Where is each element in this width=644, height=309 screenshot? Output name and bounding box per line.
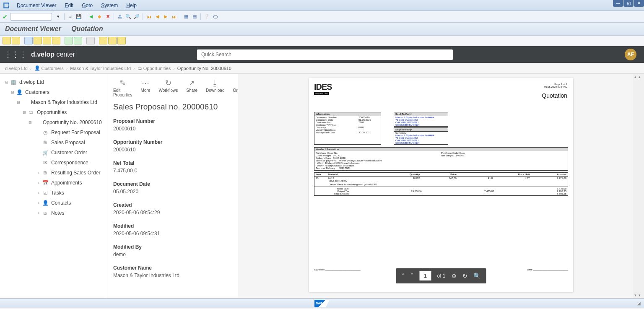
layout-icon[interactable]: ▤ [191, 13, 198, 21]
cancel-icon[interactable]: ✖ [104, 13, 112, 21]
new-session-icon[interactable]: ▦ [182, 13, 190, 21]
tree-node[interactable]: ⊟Opportunity No. 20000610 [3, 117, 104, 127]
breadcrumb-company[interactable]: Mason & Taylor Industries Ltd [70, 66, 131, 71]
menu-goto[interactable]: Goto [78, 1, 97, 10]
tree-label: Mason & Taylor Industries Ltd [31, 99, 97, 105]
tree-node[interactable]: 🗎Sales Proposal [3, 138, 104, 148]
find-next-icon[interactable]: 🔎 [133, 13, 140, 21]
pdf-toolbar: ˄ ˅ of 1 ⊕ ↻ 🔍 [396, 268, 486, 283]
tool-label: Download [206, 88, 224, 93]
expander-icon[interactable]: ⊟ [10, 90, 15, 94]
print-icon[interactable]: 🖶 [116, 13, 124, 21]
tb-icon-3[interactable] [24, 37, 33, 44]
next-page-icon[interactable]: ▶ [162, 13, 169, 21]
save-icon[interactable]: 💾 [75, 13, 83, 21]
preview-scrollbar-inner[interactable] [633, 74, 637, 298]
tool-download[interactable]: ⭳Download [206, 78, 224, 97]
expander-icon[interactable]: › [36, 201, 41, 205]
prev-page-icon[interactable]: ◀ [153, 13, 161, 21]
tb-icon-10[interactable] [99, 37, 107, 44]
last-page-icon[interactable]: ⏭ [170, 13, 178, 21]
tree-node[interactable]: ›☑Tasks [3, 188, 104, 198]
expander-icon[interactable]: ⊟ [16, 100, 21, 104]
tree-node[interactable]: ›📅Appointments [3, 178, 104, 188]
breadcrumb-dvelop[interactable]: d.velop Ltd [5, 66, 28, 71]
quick-search-input[interactable] [197, 49, 453, 60]
tb-icon-7[interactable] [65, 37, 73, 44]
prop-field: Customer NameMason & Taylor Industries L… [113, 265, 232, 278]
menu-document-viewer[interactable]: Document Viewer [13, 1, 61, 10]
pdf-next-icon[interactable]: ˅ [410, 273, 413, 279]
tree-node[interactable]: ›🗎Resulting Sales Order [3, 168, 104, 178]
expander-icon[interactable]: › [36, 191, 41, 195]
download-icon: ⭳ [211, 78, 219, 88]
expander-icon[interactable]: ⊟ [4, 80, 9, 84]
app-grid-icon[interactable]: ⋮⋮⋮ [4, 50, 27, 59]
tb-icon-1[interactable] [3, 37, 11, 44]
tool-workflows[interactable]: ↻Workflows [158, 78, 178, 97]
properties-pane: ✎Edit Properties⋯More↻Workflows↗Share⭳Do… [107, 74, 238, 298]
menu-edit[interactable]: Edit [61, 1, 78, 10]
field-label: Opportunity Number [113, 139, 232, 145]
menu-help[interactable]: Help [122, 1, 141, 10]
pdf-zoomout-icon[interactable]: 🔍 [473, 273, 480, 279]
tree-label: Contacts [51, 200, 71, 206]
person-icon: 👤 [34, 65, 40, 71]
find-icon[interactable]: 🔍 [125, 13, 132, 21]
pdf-prev-icon[interactable]: ˄ [402, 273, 405, 279]
tree-node[interactable]: ›👤Contacts [3, 198, 104, 208]
pdf-refresh-icon[interactable]: ↻ [462, 273, 467, 279]
tree-node[interactable]: 🛒Customer Order [3, 148, 104, 158]
tb-icon-8[interactable] [74, 37, 82, 44]
tool-share[interactable]: ↗Share [186, 78, 197, 97]
expander-icon[interactable]: ⊟ [28, 120, 33, 125]
tree-node[interactable]: ◷Request For Proposal [3, 127, 104, 138]
local-layout-icon[interactable]: 🖵 [211, 13, 219, 21]
tb-icon-6[interactable] [52, 37, 60, 44]
tree-node[interactable]: ›🗈Notes [3, 208, 104, 218]
breadcrumb-customers[interactable]: Customers [42, 66, 64, 71]
menu-system[interactable]: System [97, 1, 122, 10]
doc-logo-sub: HOLDING AG [314, 92, 329, 95]
mail-icon: ✉ [42, 160, 49, 166]
field-value: 05.05.2020 [113, 189, 232, 195]
back-icon[interactable]: ◀ [87, 13, 95, 21]
exit-icon[interactable]: ◆ [96, 13, 103, 21]
tool-label: Edit Properties [113, 88, 132, 97]
tree-node[interactable]: ⊟🗂Opportunities [3, 107, 104, 117]
help-icon[interactable]: ❔ [203, 13, 210, 21]
command-input[interactable] [10, 13, 52, 21]
expander-icon[interactable]: › [36, 211, 41, 215]
tb-icon-11[interactable] [108, 37, 117, 44]
tb-icon-4[interactable] [34, 37, 42, 44]
pdf-zoomin-icon[interactable]: ⊕ [452, 273, 457, 279]
expander-icon[interactable]: › [36, 171, 41, 175]
tb-icon-2[interactable] [12, 37, 20, 44]
window-close[interactable]: ✕ [634, 0, 644, 7]
tree-node[interactable]: ⊟🏢d.velop Ltd [3, 77, 104, 87]
pdf-page-input[interactable] [419, 271, 431, 280]
back-nav-icon[interactable]: « [67, 13, 74, 21]
user-avatar[interactable]: AF [625, 49, 636, 60]
tb-icon-5[interactable] [43, 37, 51, 44]
window-minimize[interactable]: — [613, 0, 623, 7]
tb-icon-9[interactable] [86, 37, 95, 44]
tool-more[interactable]: ⋯More [141, 78, 151, 97]
check-icon: ☑ [42, 190, 49, 196]
window-maximize[interactable]: ◱ [623, 0, 634, 7]
expander-icon[interactable]: › [36, 181, 41, 185]
tree-node[interactable]: ✉Correspondence [3, 158, 104, 168]
tool-organize[interactable]: 🗐Organize [233, 78, 238, 97]
preview-scrollbar[interactable] [637, 74, 644, 298]
tree-node[interactable]: ⊟👤Customers [3, 87, 104, 97]
first-page-icon[interactable]: ⏮ [145, 13, 153, 21]
expander-icon[interactable]: ⊟ [22, 110, 27, 114]
tree-label: d.velop Ltd [19, 79, 44, 85]
pdf-of-text: of 1 [437, 273, 445, 279]
dropdown-icon[interactable]: ▾ [55, 13, 62, 21]
tree-node[interactable]: ⊟Mason & Taylor Industries Ltd [3, 97, 104, 107]
doc-icon: 🗎 [42, 140, 49, 145]
tool-edit-properties[interactable]: ✎Edit Properties [113, 78, 132, 97]
breadcrumb-opportunities[interactable]: Opportunities [143, 66, 171, 71]
tb-icon-12[interactable] [117, 37, 126, 44]
